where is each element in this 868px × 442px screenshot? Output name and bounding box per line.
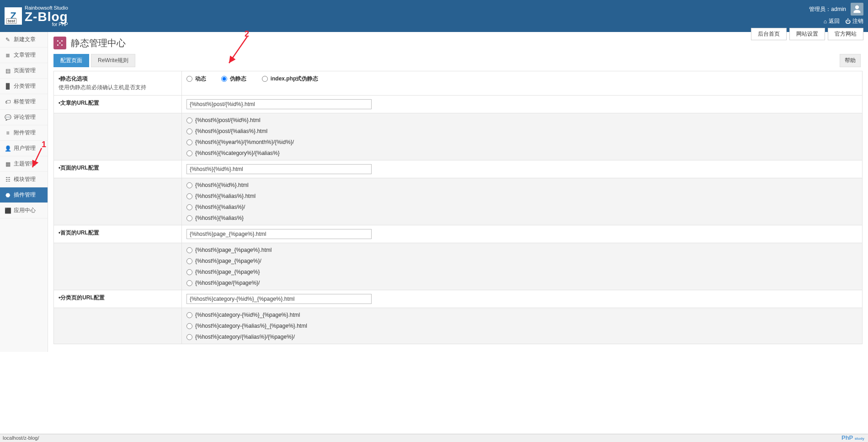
page-title: 静态管理中心 bbox=[71, 37, 126, 49]
article-radio-3[interactable] bbox=[186, 150, 192, 156]
index-radio-3[interactable] bbox=[186, 280, 192, 286]
sidebar-item-label: 主题管理 bbox=[14, 160, 36, 168]
svg-point-0 bbox=[57, 40, 59, 42]
page-option-1[interactable]: {%host%}{%alias%}.html bbox=[186, 193, 844, 199]
sidebar-item-3[interactable]: ▉分类管理 bbox=[0, 79, 48, 94]
top-header: Z test Rainbowsoft Studio Z-Blog for PHP… bbox=[0, 0, 868, 32]
page-url-title: •页面的URL配置 bbox=[59, 165, 99, 171]
admin-label: 管理员：admin bbox=[809, 5, 846, 13]
page-url-label: •页面的URL配置 bbox=[54, 160, 182, 178]
sidebar-item-label: 应用中心 bbox=[14, 207, 36, 214]
sidebar-item-11[interactable]: ⬛应用中心 bbox=[0, 203, 48, 218]
svg-point-4 bbox=[59, 43, 61, 44]
article-option-0[interactable]: {%host%}post/{%id%}.html bbox=[186, 117, 844, 123]
article-option-3[interactable]: {%host%}{%category%}/{%alias%} bbox=[186, 150, 844, 156]
radio-pseudo-input[interactable] bbox=[221, 76, 227, 82]
grid-icon: ▦ bbox=[5, 161, 11, 167]
page-option-label-2: {%host%}{%alias%}/ bbox=[195, 204, 245, 210]
svg-point-2 bbox=[57, 44, 59, 46]
plug-icon: ⬣ bbox=[5, 192, 11, 198]
edit-icon: ✎ bbox=[5, 37, 11, 43]
radio-pseudo[interactable]: 伪静态 bbox=[221, 75, 246, 83]
radio-dynamic-input[interactable] bbox=[186, 76, 192, 82]
avatar-icon[interactable] bbox=[851, 3, 863, 16]
sidebar-item-10[interactable]: ⬣插件管理 bbox=[0, 187, 48, 203]
sidebar-item-4[interactable]: 🏷标签管理 bbox=[0, 94, 48, 110]
sidebar-item-5[interactable]: 💬评论管理 bbox=[0, 110, 48, 125]
page-option-2[interactable]: {%host%}{%alias%}/ bbox=[186, 204, 844, 210]
index-url-label: •首页的URL配置 bbox=[54, 225, 182, 243]
page-radio-2[interactable] bbox=[186, 204, 192, 210]
radio-indexphp-input[interactable] bbox=[262, 76, 268, 82]
index-url-input[interactable] bbox=[186, 229, 372, 239]
sidebar-item-label: 模块管理 bbox=[14, 176, 36, 183]
sidebar-item-label: 评论管理 bbox=[14, 113, 36, 121]
category-option-label-0: {%host%}category-{%id%}_{%page%}.html bbox=[195, 312, 300, 318]
index-option-label-0: {%host%}page_{%page%}.html bbox=[195, 247, 272, 253]
category-url-label: •分类页的URL配置 bbox=[54, 290, 182, 308]
radio-indexphp-label: index.php式伪静态 bbox=[271, 75, 319, 83]
page-radio-3[interactable] bbox=[186, 215, 192, 221]
logout-label: 注销 bbox=[852, 17, 863, 25]
tab-config[interactable]: 配置页面 bbox=[53, 54, 89, 67]
radio-indexphp[interactable]: index.php式伪静态 bbox=[262, 75, 319, 83]
category-url-input[interactable] bbox=[186, 294, 372, 304]
index-radio-2[interactable] bbox=[186, 269, 192, 275]
index-option-label-1: {%host%}page_{%page%}/ bbox=[195, 258, 261, 264]
article-option-2[interactable]: {%host%}{%year%}/{%month%}/{%id%}/ bbox=[186, 139, 844, 145]
static-option-label: •静态化选项 使用伪静态前必须确认主机是否支持 bbox=[54, 71, 182, 96]
main-content: 静态管理中心 配置页面 ReWrite规则 帮助 •静态化选项 使用伪静态前必须… bbox=[48, 32, 868, 352]
back-label: 返回 bbox=[829, 17, 840, 25]
sidebar-item-6[interactable]: ≡附件管理 bbox=[0, 125, 48, 141]
article-radio-1[interactable] bbox=[186, 128, 192, 134]
category-radio-1[interactable] bbox=[186, 323, 192, 329]
tab-rewrite[interactable]: ReWrite规则 bbox=[91, 54, 135, 67]
page-option-0[interactable]: {%host%}{%id%}.html bbox=[186, 182, 844, 188]
category-option-1[interactable]: {%host%}category-{%alias%}_{%page%}.html bbox=[186, 323, 844, 329]
page-option-label-1: {%host%}{%alias%}.html bbox=[195, 193, 256, 199]
sidebar-item-0[interactable]: ✎新建文章 bbox=[0, 32, 48, 48]
logo-icon: Z test bbox=[5, 7, 22, 25]
article-radio-0[interactable] bbox=[186, 117, 192, 123]
index-option-2[interactable]: {%host%}page_{%page%} bbox=[186, 269, 844, 275]
sidebar-item-2[interactable]: ▤页面管理 bbox=[0, 63, 48, 79]
index-option-0[interactable]: {%host%}page_{%page%}.html bbox=[186, 247, 844, 253]
page-title-icon bbox=[53, 37, 66, 49]
page-url-input[interactable] bbox=[186, 164, 372, 174]
mod-icon: ☷ bbox=[5, 176, 11, 183]
logo-text: Rainbowsoft Studio Z-Blog for PHP bbox=[25, 5, 68, 27]
index-radio-0[interactable] bbox=[186, 247, 192, 253]
page-radio-0[interactable] bbox=[186, 182, 192, 188]
app-icon: ⬛ bbox=[5, 208, 11, 214]
article-radio-2[interactable] bbox=[186, 139, 192, 145]
index-option-3[interactable]: {%host%}page/{%page%}/ bbox=[186, 280, 844, 286]
doc-icon: ≣ bbox=[5, 52, 11, 59]
article-url-input[interactable] bbox=[186, 99, 372, 109]
list-icon: ≡ bbox=[5, 130, 11, 136]
article-option-1[interactable]: {%host%}post/{%alias%}.html bbox=[186, 128, 844, 134]
radio-dynamic[interactable]: 动态 bbox=[186, 75, 206, 83]
sidebar-item-8[interactable]: ▦主题管理 bbox=[0, 156, 48, 172]
article-option-label-2: {%host%}{%year%}/{%month%}/{%id%}/ bbox=[195, 139, 294, 145]
sidebar-item-1[interactable]: ≣文章管理 bbox=[0, 48, 48, 63]
svg-point-3 bbox=[61, 44, 63, 46]
sidebar: ✎新建文章≣文章管理▤页面管理▉分类管理🏷标签管理💬评论管理≡附件管理👤用户管理… bbox=[0, 32, 48, 352]
index-radio-1[interactable] bbox=[186, 258, 192, 264]
sidebar-item-7[interactable]: 👤用户管理 bbox=[0, 141, 48, 156]
logout-link[interactable]: ⏻ 注销 bbox=[845, 17, 863, 25]
category-option-2[interactable]: {%host%}category/{%alias%}/{%page%}/ bbox=[186, 334, 844, 340]
radio-dynamic-label: 动态 bbox=[195, 75, 206, 83]
help-button[interactable]: 帮助 bbox=[840, 54, 861, 67]
sidebar-item-9[interactable]: ☷模块管理 bbox=[0, 172, 48, 187]
page-radio-1[interactable] bbox=[186, 193, 192, 199]
page-url-options: {%host%}{%id%}.html{%host%}{%alias%}.htm… bbox=[182, 178, 863, 225]
sidebar-item-label: 标签管理 bbox=[14, 98, 36, 106]
svg-point-1 bbox=[61, 40, 63, 42]
back-link[interactable]: ⌂ 返回 bbox=[824, 17, 840, 25]
category-radio-0[interactable] bbox=[186, 312, 192, 318]
page-option-3[interactable]: {%host%}{%alias%} bbox=[186, 215, 844, 221]
category-radio-2[interactable] bbox=[186, 334, 192, 340]
index-option-label-2: {%host%}page_{%page%} bbox=[195, 269, 260, 275]
index-option-1[interactable]: {%host%}page_{%page%}/ bbox=[186, 258, 844, 264]
category-option-0[interactable]: {%host%}category-{%id%}_{%page%}.html bbox=[186, 312, 844, 318]
